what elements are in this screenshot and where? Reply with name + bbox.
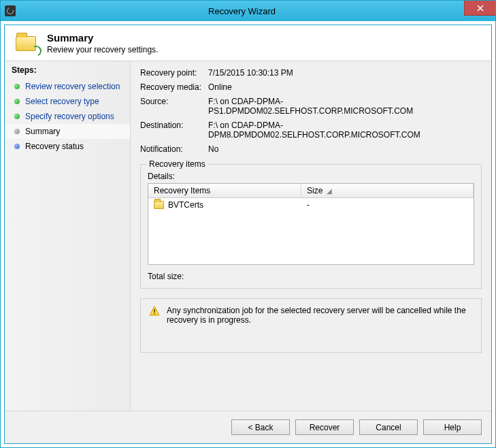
step-future-icon (14, 144, 20, 149)
recovery-point-label: Recovery point: (140, 68, 208, 78)
recovery-media-label: Recovery media: (140, 82, 208, 92)
recovery-media-value: Online (208, 82, 482, 92)
back-button[interactable]: < Back (231, 419, 290, 435)
close-button[interactable] (464, 1, 495, 16)
step-current-icon (14, 129, 20, 134)
app-icon (5, 5, 16, 16)
step-label: Summary (25, 127, 60, 136)
row-name: BVTCerts (168, 200, 203, 210)
main-panel: Recovery point: 7/15/2015 10:30:13 PM Re… (131, 61, 491, 411)
step-label: Select recovery type (25, 97, 99, 106)
source-label: Source: (140, 97, 208, 116)
step-label: Review recovery selection (25, 82, 120, 91)
step-done-icon (14, 99, 20, 104)
recovery-wizard-window: Recovery Wizard Summary Review your reco… (0, 0, 496, 448)
page-title: Summary (47, 32, 158, 44)
step-label: Specify recovery options (25, 112, 114, 121)
page-header: Summary Review your recovery settings. (5, 25, 491, 61)
row-size: - (301, 198, 474, 212)
step-done-icon (14, 114, 20, 119)
window-body: Summary Review your recovery settings. S… (4, 25, 492, 444)
recovery-items-title: Recovery items (146, 159, 208, 169)
titlebar: Recovery Wizard (1, 1, 495, 21)
close-icon (477, 5, 484, 12)
warning-icon (149, 306, 160, 317)
step-specify-recovery-options[interactable]: Specify recovery options (5, 109, 130, 124)
recovery-items-table[interactable]: Recovery Items Size◢ BVTCerts - (148, 183, 474, 265)
button-bar: < Back Recover Cancel Help (5, 411, 491, 443)
source-value: F:\ on CDAP-DPMA-PS1.DPMDOM02.SELFHOST.C… (208, 97, 482, 116)
column-recovery-items[interactable]: Recovery Items (148, 184, 301, 197)
step-recovery-status: Recovery status (5, 139, 130, 154)
step-label: Recovery status (25, 142, 84, 151)
recovery-point-value: 7/15/2015 10:30:13 PM (208, 68, 482, 78)
notification-label: Notification: (140, 144, 208, 154)
destination-value: F:\ on CDAP-DPMA-DPM8.DPMDOM02.SELFHOST.… (208, 121, 482, 140)
destination-label: Destination: (140, 121, 208, 140)
details-label: Details: (148, 172, 474, 181)
step-summary: Summary (5, 124, 130, 139)
cancel-button[interactable]: Cancel (359, 419, 418, 435)
page-subtitle: Review your recovery settings. (47, 45, 158, 54)
svg-rect-3 (154, 309, 155, 313)
svg-rect-4 (154, 313, 155, 315)
steps-title: Steps: (5, 65, 130, 79)
total-size: Total size: (148, 272, 474, 281)
step-review-recovery-selection[interactable]: Review recovery selection (5, 79, 130, 94)
column-size[interactable]: Size◢ (301, 184, 474, 197)
warning-box: Any synchronization job for the selected… (140, 298, 482, 353)
window-title: Recovery Wizard (20, 6, 464, 16)
step-done-icon (14, 84, 20, 89)
folder-icon (154, 201, 164, 209)
table-row[interactable]: BVTCerts - (148, 198, 474, 212)
notification-value: No (208, 144, 482, 154)
steps-sidebar: Steps: Review recovery selection Select … (5, 61, 131, 411)
recovery-items-group: Recovery items Details: Recovery Items S… (140, 164, 482, 289)
sort-asc-icon: ◢ (327, 187, 332, 195)
total-size-label: Total size: (148, 272, 184, 281)
recover-button[interactable]: Recover (295, 419, 354, 435)
table-header: Recovery Items Size◢ (148, 184, 474, 198)
step-select-recovery-type[interactable]: Select recovery type (5, 94, 130, 109)
recovery-folder-icon (14, 32, 40, 55)
warning-text: Any synchronization job for the selected… (167, 306, 473, 325)
help-button[interactable]: Help (423, 419, 482, 435)
